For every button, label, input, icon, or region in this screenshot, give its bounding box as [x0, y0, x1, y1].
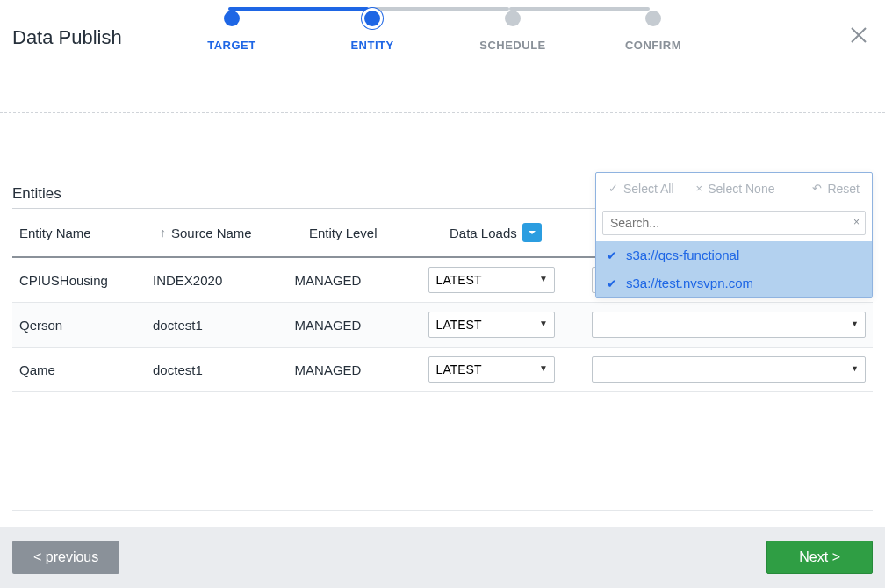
select-none-label: Select None — [708, 182, 774, 196]
dropdown-option[interactable]: ✔ s3a://test.nvsvpn.com — [596, 269, 872, 297]
col-label: Entity Name — [19, 226, 91, 240]
buckets-dropdown: ✓ Select All × Select None ↶ Reset × ✔ s… — [595, 172, 873, 298]
cell-source-name: doctest1 — [153, 362, 295, 377]
dropdown-option[interactable]: ✔ s3a://qcs-functional — [596, 241, 872, 269]
cell-entity-level: MANAGED — [295, 362, 428, 377]
col-label: Entity Level — [309, 226, 378, 240]
step-label: ENTITY — [350, 39, 393, 52]
step-target[interactable]: TARGET — [162, 11, 302, 52]
step-circle-icon — [364, 11, 380, 26]
buckets-select[interactable] — [592, 356, 866, 383]
check-icon: ✔ — [607, 248, 617, 262]
divider — [12, 510, 873, 511]
step-label: CONFIRM — [625, 39, 681, 52]
reset-button[interactable]: ↶ Reset — [803, 182, 872, 196]
page-title: Data Publish — [12, 26, 122, 49]
table-row: Qerson doctest1 MANAGED LATEST — [12, 303, 873, 348]
data-loads-select[interactable]: LATEST — [428, 356, 555, 383]
check-icon: ✓ — [608, 182, 618, 195]
chevron-down-icon — [528, 228, 536, 237]
select-all-button[interactable]: ✓ Select All — [596, 173, 687, 204]
check-icon: ✔ — [607, 276, 617, 290]
cell-entity-name: Qerson — [19, 318, 153, 333]
close-button[interactable] — [848, 25, 869, 49]
step-entity[interactable]: ENTITY — [302, 11, 442, 52]
clear-search-button[interactable]: × — [853, 216, 860, 228]
step-circle-icon — [645, 11, 661, 26]
cell-source-name: INDEX2020 — [153, 273, 295, 288]
cell-entity-name: Qame — [19, 362, 153, 377]
data-loads-select[interactable]: LATEST — [428, 267, 555, 293]
step-connector — [369, 7, 509, 11]
next-button[interactable]: Next > — [766, 541, 873, 574]
step-circle-icon — [224, 11, 240, 26]
sort-asc-icon: ↑ — [160, 226, 166, 240]
col-entity-level[interactable]: Entity Level — [309, 223, 450, 242]
x-icon: × — [696, 182, 703, 195]
data-loads-filter-button[interactable] — [522, 223, 542, 242]
table-row: Qame doctest1 MANAGED LATEST — [12, 348, 873, 392]
option-label: s3a://qcs-functional — [626, 247, 739, 262]
buckets-select[interactable] — [592, 312, 866, 338]
step-circle-icon — [505, 11, 521, 26]
col-source-name[interactable]: ↑ Source Name — [160, 223, 309, 242]
cell-entity-name: CPIUSHousing — [19, 273, 153, 288]
close-icon — [848, 25, 869, 46]
step-label: TARGET — [207, 39, 255, 52]
step-connector — [228, 7, 369, 11]
step-label: SCHEDULE — [479, 39, 546, 52]
data-loads-select[interactable]: LATEST — [428, 312, 555, 338]
step-connector — [509, 7, 650, 11]
select-all-label: Select All — [623, 182, 674, 196]
col-label: Source Name — [171, 226, 252, 240]
previous-button[interactable]: < previous — [12, 541, 119, 574]
select-none-button[interactable]: × Select None — [687, 182, 784, 196]
cell-source-name: doctest1 — [153, 318, 295, 333]
cell-entity-level: MANAGED — [295, 273, 428, 288]
step-confirm[interactable]: CONFIRM — [583, 11, 723, 52]
reset-icon: ↶ — [812, 182, 822, 195]
col-label: Data Loads — [450, 226, 517, 240]
col-data-loads[interactable]: Data Loads — [450, 223, 599, 242]
cell-entity-level: MANAGED — [295, 318, 428, 333]
col-entity-name[interactable]: Entity Name — [19, 223, 160, 242]
step-schedule[interactable]: SCHEDULE — [442, 11, 583, 52]
reset-label: Reset — [827, 182, 860, 196]
wizard-footer: < previous Next > — [0, 527, 885, 588]
option-label: s3a://test.nvsvpn.com — [626, 276, 753, 290]
dropdown-search-input[interactable] — [602, 211, 866, 235]
